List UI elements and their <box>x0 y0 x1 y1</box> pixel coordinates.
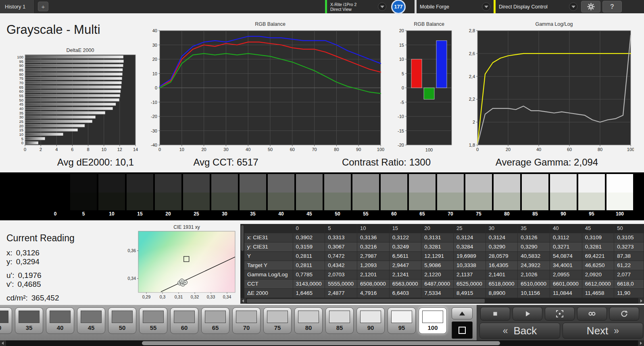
svg-text:70: 70 <box>19 81 23 85</box>
gray-level-button-95[interactable]: 95 <box>388 307 416 334</box>
help-button[interactable]: ? <box>602 1 622 12</box>
stop-icon <box>491 309 500 318</box>
table-row-label: x: CIE31 <box>244 233 293 242</box>
gray-level-button-55[interactable]: 55 <box>139 307 167 334</box>
next-button[interactable]: Next » <box>563 323 643 339</box>
svg-text:5: 5 <box>21 137 23 141</box>
table-viewport: 05101520253035404550x: CIE310,39020,3313… <box>244 224 644 298</box>
display-control-selector[interactable]: Direct Display Control <box>494 0 577 13</box>
add-tab-button[interactable]: + <box>38 2 48 11</box>
page-horizontal-scrollbar[interactable] <box>0 340 644 346</box>
scrollbar-thumb[interactable] <box>241 225 244 251</box>
svg-text:2,8: 2,8 <box>469 28 475 33</box>
stop-button[interactable] <box>480 307 510 321</box>
table-cell: 6,5611 <box>389 251 421 261</box>
svg-text:20: 20 <box>201 147 206 152</box>
svg-text:2: 2 <box>40 147 42 152</box>
play-button[interactable] <box>513 307 542 321</box>
refresh-button[interactable] <box>609 307 639 321</box>
svg-text:10: 10 <box>102 147 106 152</box>
gray-level-button-100[interactable]: 100 <box>419 307 447 334</box>
gray-level-button-35[interactable]: 35 <box>15 307 43 334</box>
level-label: 35 <box>26 324 33 331</box>
continuous-measure-button[interactable] <box>577 307 607 321</box>
gray-level-button-45[interactable]: 45 <box>77 307 105 334</box>
capture-button[interactable] <box>545 307 575 321</box>
gray-level-button-80[interactable]: 80 <box>294 307 323 334</box>
scroll-right-arrow-icon[interactable] <box>638 298 644 304</box>
table-cell: 10,1156 <box>518 288 550 298</box>
table-horizontal-scrollbar[interactable] <box>240 298 644 304</box>
grayscale-swatch-40: 40 <box>268 174 294 218</box>
gray-level-button-50[interactable]: 50 <box>108 307 136 334</box>
table-vertical-scrollbar[interactable] <box>240 224 244 298</box>
actual-swatch <box>70 174 97 193</box>
table-cell: 3143,0000 <box>293 279 325 288</box>
measurement-table: 05101520253035404550x: CIE310,39020,3313… <box>244 224 644 298</box>
gray-level-button-60[interactable]: 60 <box>170 307 198 334</box>
table-column-header: 15 <box>389 224 421 233</box>
grayscale-swatch-20: 20 <box>155 174 181 218</box>
tab-history-1[interactable]: History 1 <box>0 0 35 13</box>
svg-text:1,8: 1,8 <box>469 143 475 147</box>
panel-up-button[interactable] <box>452 307 473 319</box>
svg-text:80: 80 <box>334 147 339 152</box>
actual-swatch <box>296 174 323 193</box>
back-button[interactable]: « Back <box>479 323 560 339</box>
capture-target-icon <box>555 309 564 318</box>
svg-text:-10: -10 <box>398 114 404 119</box>
actual-swatch <box>98 174 125 193</box>
grayscale-swatch-100: 100 <box>606 174 633 218</box>
table-cell: 6612,0000 <box>582 279 614 288</box>
target-swatch <box>268 193 294 210</box>
pattern-window-button[interactable] <box>452 321 473 339</box>
svg-text:20: 20 <box>506 147 511 152</box>
level-swatch <box>50 311 71 323</box>
swatch-level-label: 20 <box>155 210 181 218</box>
source-selector[interactable]: Mobile Forge <box>415 0 490 13</box>
svg-text:-5: -5 <box>400 100 404 105</box>
scrollbar-thumb[interactable] <box>142 341 500 345</box>
table-row: x: CIE310,39020,33130,31360,31220,31310,… <box>244 233 644 242</box>
grayscale-swatch-25: 25 <box>183 174 210 218</box>
scroll-left-arrow-icon[interactable] <box>0 340 6 346</box>
meter-selector[interactable]: X-Rite i1Pro 2 Direct View <box>325 0 386 13</box>
scroll-right-arrow-icon[interactable] <box>638 340 644 346</box>
actual-swatch <box>324 174 351 193</box>
table-cell: 0,7785 <box>293 270 325 279</box>
table-cell: 2,9447 <box>389 261 421 270</box>
table-cell: 61,22 <box>614 261 644 270</box>
gray-level-button-70[interactable]: 70 <box>232 307 261 334</box>
gray-level-button-75[interactable]: 75 <box>263 307 292 334</box>
svg-text:2: 2 <box>473 120 475 124</box>
table-cell: 0,4342 <box>325 261 357 270</box>
measurement-count-badge[interactable]: 177 <box>391 0 406 14</box>
top-bar: History 1 + X-Rite i1Pro 2 Direct View 1… <box>0 0 644 13</box>
gray-level-button-40[interactable]: 40 <box>46 307 74 334</box>
gray-level-button-85[interactable]: 85 <box>325 307 354 334</box>
gray-level-button-90[interactable]: 90 <box>356 307 385 334</box>
pattern-control-bar: 3035404550556065707580859095100 <box>0 305 644 340</box>
gray-level-button-30[interactable]: 30 <box>0 307 12 334</box>
table-cell: 2,1241 <box>389 270 421 279</box>
swatch-cells: 0510152025303540455055606570758085909510… <box>42 174 633 218</box>
svg-text:25: 25 <box>19 119 23 124</box>
svg-text:0: 0 <box>476 147 479 152</box>
reading-luminance-row: cd/m²:365,452 <box>6 294 127 302</box>
actual-swatch <box>42 174 69 193</box>
gray-level-button-65[interactable]: 65 <box>201 307 229 334</box>
table-cell: 2,0703 <box>325 270 357 279</box>
scrollbar-thumb[interactable] <box>247 299 485 303</box>
level-label: 65 <box>212 324 219 331</box>
svg-text:60: 60 <box>19 89 23 93</box>
scroll-left-arrow-icon[interactable] <box>240 298 246 304</box>
table-cell: 11,4658 <box>582 288 614 298</box>
table-cell: 0,3126 <box>518 233 550 242</box>
table-cell: 19,6989 <box>453 251 486 261</box>
level-label: 95 <box>398 324 405 331</box>
settings-button[interactable] <box>581 1 600 12</box>
target-swatch <box>352 193 379 210</box>
svg-text:2,4: 2,4 <box>469 74 475 79</box>
display-control-name: Direct Display Control <box>499 4 548 10</box>
svg-text:0,29: 0,29 <box>142 294 151 299</box>
